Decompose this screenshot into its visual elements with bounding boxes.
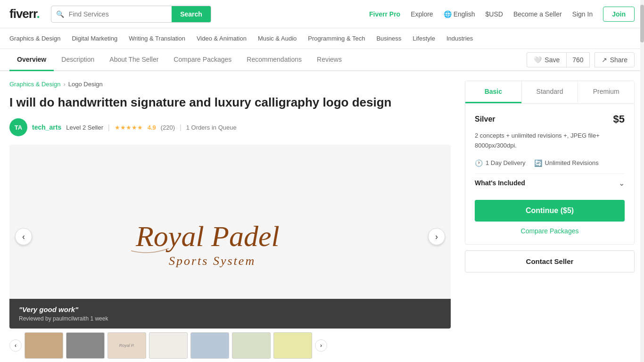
thumbnail-6[interactable] (232, 332, 271, 359)
thumbnail-3[interactable]: Royal P. (107, 332, 146, 359)
thumb-next-button[interactable]: › (315, 339, 327, 352)
breadcrumb-parent[interactable]: Graphics & Design (9, 81, 60, 88)
pkg-tab-standard[interactable]: Standard (521, 81, 578, 103)
clock-icon: 🕐 (475, 159, 483, 167)
tab-compare-packages[interactable]: Compare Packages (166, 49, 239, 71)
pkg-tab-premium[interactable]: Premium (578, 81, 634, 103)
fiverr-pro-link[interactable]: Fiverr Pro (369, 10, 400, 18)
scrollbar[interactable] (640, 0, 644, 362)
tab-reviews[interactable]: Reviews (309, 49, 349, 71)
slider-next-button[interactable]: › (428, 228, 445, 245)
cat-writing[interactable]: Writing & Translation (129, 35, 185, 42)
continue-button[interactable]: Continue ($5) (475, 200, 625, 222)
save-button[interactable]: 🤍 Save (527, 52, 566, 67)
chevron-down-icon: ⌄ (619, 179, 625, 188)
save-count: 760 (566, 52, 589, 67)
package-name: Silver (475, 115, 495, 123)
divider: | (108, 123, 110, 131)
review-text: "Very good work" (19, 305, 441, 313)
category-nav: Graphics & Design Digital Marketing Writ… (0, 28, 644, 49)
rating-value: 4.9 (148, 124, 156, 131)
scrollbar-thumb[interactable] (640, 5, 644, 42)
calligraphy-svg: Royal Padel Sports System (112, 189, 348, 284)
breadcrumb-separator: › (63, 81, 65, 88)
delivery-label: 1 Day Delivery (486, 159, 526, 166)
compare-packages-link[interactable]: Compare Packages (475, 227, 625, 235)
thumbnail-7[interactable] (273, 332, 312, 359)
explore-link[interactable]: Explore (411, 10, 433, 18)
thumbnails-row: ‹ Royal P. › (9, 329, 451, 362)
share-label: Share (610, 56, 627, 64)
refresh-icon: 🔄 (534, 159, 542, 167)
what-included-label: What's Included (475, 179, 525, 187)
cat-video[interactable]: Video & Animation (197, 35, 247, 42)
package-features: 🕐 1 Day Delivery 🔄 Unlimited Revisions (475, 159, 625, 167)
svg-text:Royal Padel: Royal Padel (135, 220, 280, 252)
search-input[interactable] (69, 6, 172, 22)
tab-overview[interactable]: Overview (9, 49, 54, 71)
tab-description[interactable]: Description (54, 49, 102, 71)
logo[interactable]: fiverr. (9, 7, 40, 21)
tab-about-seller[interactable]: About The Seller (102, 49, 166, 71)
what-included-row[interactable]: What's Included ⌄ (475, 173, 625, 192)
thumbnail-5[interactable] (190, 332, 229, 359)
review-meta: Reviewed by paulmcilwraith 1 week (19, 315, 441, 322)
avatar[interactable]: TA (9, 118, 27, 136)
slider-prev-button[interactable]: ‹ (15, 228, 32, 245)
package-card: Basic Standard Premium Silver $5 2 conce… (465, 81, 635, 245)
cat-music[interactable]: Music & Audio (258, 35, 297, 42)
package-header: Silver $5 (475, 113, 625, 125)
header-nav: Fiverr Pro Explore 🌐English $USD Become … (369, 7, 635, 22)
join-button[interactable]: Join (603, 7, 635, 22)
become-seller-link[interactable]: Become a Seller (513, 10, 562, 18)
currency-selector[interactable]: $USD (486, 10, 503, 18)
cat-digital[interactable]: Digital Marketing (72, 35, 117, 42)
package-body: Silver $5 2 concepts + unlimited revisio… (465, 104, 634, 244)
seller-name[interactable]: tech_arts (32, 123, 61, 131)
package-description: 2 concepts + unlimited revisions +, JPEG… (475, 131, 625, 151)
package-tabs: Basic Standard Premium (465, 81, 634, 104)
seller-info: TA tech_arts Level 2 Seller | ★★★★★ 4.9 … (9, 118, 451, 136)
search-bar: 🔍 Search (51, 6, 211, 23)
delivery-feature: 🕐 1 Day Delivery (475, 159, 526, 167)
thumb-prev-button[interactable]: ‹ (9, 339, 22, 352)
thumbnail-1[interactable] (25, 332, 63, 359)
package-price: $5 (613, 113, 625, 125)
search-button[interactable]: Search (172, 6, 211, 22)
stars: ★★★★★ (115, 124, 143, 131)
seller-level: Level 2 Seller (66, 124, 103, 131)
breadcrumb-current: Logo Design (68, 81, 103, 88)
tab-bar: Overview Description About The Seller Co… (0, 49, 644, 71)
share-button[interactable]: ↗ Share (594, 52, 635, 67)
right-column: Basic Standard Premium Silver $5 2 conce… (465, 81, 635, 362)
main-content: Graphics & Design › Logo Design I will d… (0, 71, 644, 362)
cat-lifestyle[interactable]: Lifestyle (413, 35, 435, 42)
thumbnail-2[interactable] (66, 332, 105, 359)
cat-industries[interactable]: Industries (446, 35, 473, 42)
thumbnail-4[interactable] (149, 332, 188, 359)
save-label: Save (545, 56, 560, 64)
image-slider: Royal Padel Sports System ‹ › "Very good… (9, 145, 451, 329)
review-count: (220) (161, 124, 175, 131)
queue-info: 1 Orders in Queue (186, 124, 237, 131)
pkg-tab-basic[interactable]: Basic (465, 81, 521, 103)
cat-programming[interactable]: Programming & Tech (308, 35, 365, 42)
globe-icon: 🌐 (444, 10, 452, 18)
left-column: Graphics & Design › Logo Design I will d… (9, 81, 451, 362)
cat-business[interactable]: Business (376, 35, 401, 42)
divider2: | (180, 123, 182, 131)
gig-title: I will do handwritten signature and luxu… (9, 94, 451, 111)
revisions-label: Unlimited Revisions (545, 159, 599, 166)
cat-graphics[interactable]: Graphics & Design (9, 35, 60, 42)
svg-text:Sports System: Sports System (169, 254, 256, 268)
share-icon: ↗ (602, 56, 607, 64)
tab-recommendations[interactable]: Recommendations (239, 49, 309, 71)
header: fiverr. 🔍 Search Fiverr Pro Explore 🌐Eng… (0, 0, 644, 28)
breadcrumb: Graphics & Design › Logo Design (9, 81, 451, 88)
review-overlay: "Very good work" Reviewed by paulmcilwra… (9, 299, 451, 329)
heart-icon: 🤍 (534, 56, 542, 64)
language-selector[interactable]: 🌐English (444, 10, 475, 18)
contact-seller-button[interactable]: Contact Seller (465, 250, 635, 272)
sign-in-link[interactable]: Sign In (572, 10, 593, 18)
revisions-feature: 🔄 Unlimited Revisions (534, 159, 599, 167)
